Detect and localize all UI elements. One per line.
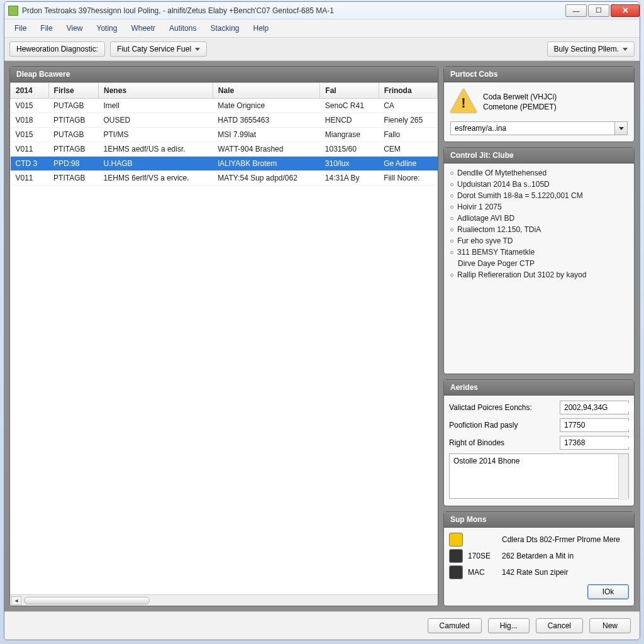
col-header[interactable]: Nenes bbox=[99, 83, 213, 99]
table-scroll-area[interactable]: 2014FirlseNenesNaleFalFrinoda V015PUTAGB… bbox=[10, 82, 438, 594]
menu-wheetr[interactable]: Wheetr bbox=[125, 22, 162, 35]
window-title: Prdon Testroaks 397hessignn Ioul Poling,… bbox=[22, 6, 564, 15]
ok-button[interactable]: IOk bbox=[587, 584, 629, 599]
camuled-button[interactable]: Camuled bbox=[428, 618, 482, 633]
close-button[interactable]: ✕ bbox=[611, 4, 640, 17]
list-item-label: Hoivir 1 2075 bbox=[457, 203, 502, 211]
maximize-button[interactable]: ☐ bbox=[588, 4, 609, 17]
table-cell: SenoC R41 bbox=[320, 99, 379, 113]
table-cell: 1EHMS 6erlf/VS a ervice. bbox=[99, 171, 213, 186]
bullet-icon bbox=[450, 217, 453, 220]
scroll-left-icon[interactable]: ◄ bbox=[11, 596, 21, 605]
supmons-icon bbox=[449, 533, 463, 547]
table-cell: CA bbox=[379, 99, 437, 113]
notes-scrollbar[interactable] bbox=[618, 454, 628, 500]
field-label: Poofiction Rad pasly bbox=[449, 421, 556, 430]
list-item[interactable]: Rallip Refiereration Dut 3102 by kayod bbox=[447, 269, 631, 280]
field-combo[interactable] bbox=[560, 436, 629, 450]
table-row[interactable]: V015PUTAGBPTI/MSMSI 7.99latMiangraseFall… bbox=[11, 128, 438, 142]
col-header[interactable]: Nale bbox=[213, 83, 319, 99]
list-item[interactable]: Adliotage AVI BD bbox=[447, 213, 631, 224]
bullet-icon bbox=[450, 206, 453, 209]
table-cell: U.HAGB bbox=[99, 157, 213, 171]
supmons-row[interactable]: Cdlera Dts 802-Frmer Plrome Mere bbox=[449, 533, 629, 547]
list-item[interactable]: Fur eho syve TD bbox=[447, 235, 631, 247]
table-cell: HATD 3655463 bbox=[213, 113, 319, 128]
field-combo[interactable] bbox=[560, 418, 629, 432]
menu-yoting[interactable]: Yoting bbox=[90, 22, 123, 35]
settings-dropdown[interactable]: Buly Secting Pllem. bbox=[547, 42, 635, 57]
table-cell: CTD 3 bbox=[11, 157, 49, 171]
hig-button[interactable]: Hig... bbox=[488, 618, 530, 633]
horizontal-scrollbar[interactable]: ◄ bbox=[10, 594, 438, 606]
field-label: Right of Binodes bbox=[449, 438, 556, 447]
bullet-icon bbox=[450, 172, 453, 175]
menu-view[interactable]: View bbox=[60, 22, 89, 35]
table-cell: V018 bbox=[11, 113, 49, 128]
warning-icon: ! bbox=[450, 89, 477, 115]
warning-combo-input[interactable] bbox=[451, 124, 614, 133]
supmons-row[interactable]: MAC142 Rate Sun zipeir bbox=[449, 565, 629, 579]
table-cell: V011 bbox=[11, 171, 49, 186]
toolbar: Heweoration Diagnostic: Fiut Caty Servic… bbox=[4, 38, 640, 61]
table-cell: Ge Adline bbox=[379, 157, 437, 171]
list-item[interactable]: Hoivir 1 2075 bbox=[447, 201, 631, 213]
notes-textarea[interactable] bbox=[449, 453, 629, 499]
field-input[interactable] bbox=[560, 403, 635, 412]
warning-combo[interactable] bbox=[450, 121, 628, 135]
diagnostic-button[interactable]: Heweoration Diagnostic: bbox=[9, 42, 105, 57]
supmons-icon bbox=[449, 549, 463, 563]
table-row[interactable]: V018PTITAGBOUSEDHATD 3655463HENCDFienely… bbox=[11, 113, 438, 128]
list-item[interactable]: 311 BEMSY Titametkle bbox=[447, 247, 631, 258]
list-item-label: Adliotage AVI BD bbox=[457, 214, 514, 223]
warning-combo-button[interactable] bbox=[614, 122, 627, 135]
field-input[interactable] bbox=[560, 421, 635, 430]
supmons-icon bbox=[449, 565, 463, 579]
col-header[interactable]: 2014 bbox=[11, 83, 49, 99]
table-cell: 310/lux bbox=[320, 157, 379, 171]
menu-stacking[interactable]: Stacking bbox=[204, 22, 245, 35]
menu-help[interactable]: Help bbox=[247, 22, 275, 35]
list-item-label: 311 BEMSY Titametkle bbox=[457, 248, 535, 257]
table-cell: CEM bbox=[379, 142, 437, 157]
list-item[interactable]: Dorot Sumith 18-8a = 5.1220,001 CM bbox=[447, 190, 631, 201]
scroll-thumb[interactable] bbox=[24, 597, 150, 604]
table-cell: lALIYABK Brotem bbox=[213, 157, 319, 171]
table-cell: OUSED bbox=[99, 113, 213, 128]
list-item[interactable]: Dendlle Of Mytethehensed bbox=[447, 167, 631, 179]
table-cell: PTITAGB bbox=[48, 171, 98, 186]
application-window: Prdon Testroaks 397hessignn Ioul Poling,… bbox=[4, 1, 640, 640]
bullet-icon bbox=[450, 228, 453, 231]
field-input[interactable] bbox=[560, 438, 635, 447]
menu-file-1[interactable]: File bbox=[8, 22, 33, 35]
list-item[interactable]: Rualiectom 12.150, TDiA bbox=[447, 224, 631, 235]
menu-file-2[interactable]: File bbox=[34, 22, 58, 35]
supmons-code: 170SE bbox=[468, 552, 497, 560]
table-row[interactable]: V011PTITAGB1EHMS aedf/US a edisr.WATT-90… bbox=[11, 142, 438, 157]
table-row[interactable]: V011PTITAGB1EHMS 6erlf/VS a ervice.MATY:… bbox=[11, 171, 438, 186]
table-cell: PUTAGB bbox=[48, 128, 98, 142]
data-table: 2014FirlseNenesNaleFalFrinoda V015PUTAGB… bbox=[10, 82, 438, 186]
supmons-row[interactable]: 170SE262 Betarden a Mit in bbox=[449, 549, 629, 563]
new-button[interactable]: New bbox=[589, 618, 631, 633]
warning-title: Purtoct Cobs bbox=[444, 67, 634, 82]
list-item-plain[interactable]: Dirve Daye Poger CTP bbox=[447, 258, 631, 269]
col-header[interactable]: Firlse bbox=[48, 83, 98, 99]
col-header[interactable]: Frinoda bbox=[379, 83, 437, 99]
control-title: Control Jit: Clube bbox=[444, 148, 634, 164]
menu-autitons[interactable]: Autitons bbox=[163, 22, 203, 35]
table-cell: WATT-904 Brashed bbox=[213, 142, 319, 157]
table-row[interactable]: CTD 3PPD:98U.HAGBlALIYABK Brotem310/luxG… bbox=[11, 157, 438, 171]
list-item[interactable]: Upduistan 2014 Ba s..105D bbox=[447, 179, 631, 190]
cancel-button[interactable]: Cancel bbox=[536, 618, 583, 633]
content-area: Dleap Bcawere 2014FirlseNenesNaleFalFrin… bbox=[4, 61, 640, 611]
minimize-button[interactable]: — bbox=[565, 4, 587, 17]
col-header[interactable]: Fal bbox=[320, 83, 379, 99]
table-cell: PTITAGB bbox=[48, 142, 98, 157]
window-controls: — ☐ ✕ bbox=[564, 4, 640, 17]
service-fuel-dropdown[interactable]: Fiut Caty Service Fuel bbox=[110, 42, 207, 57]
supmons-text: 262 Betarden a Mit in bbox=[502, 552, 574, 560]
table-row[interactable]: V015PUTAGBImellMate OrigniceSenoC R41CA bbox=[11, 99, 438, 113]
field-combo[interactable] bbox=[560, 401, 629, 414]
supmons-body: Cdlera Dts 802-Frmer Plrome Mere170SE262… bbox=[444, 528, 634, 606]
